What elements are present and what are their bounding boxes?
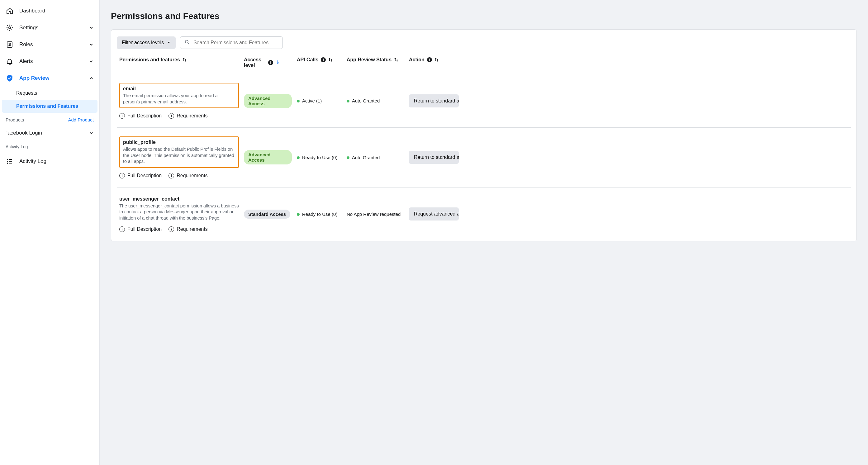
table-row: user_messenger_contact The user_messenge… xyxy=(117,187,851,241)
info-circle-icon: i xyxy=(168,173,174,179)
table-row: email The email permission allows your a… xyxy=(117,74,851,128)
info-circle-icon: i xyxy=(119,173,125,179)
add-product-link[interactable]: Add Product xyxy=(68,117,94,122)
review-status-text: No App Review requested xyxy=(347,212,401,217)
permission-name: public_profile xyxy=(123,140,235,145)
col-label: Action xyxy=(409,57,425,63)
sort-down-active-icon xyxy=(276,60,280,66)
requirements-link[interactable]: i Requirements xyxy=(168,226,208,232)
sort-icon xyxy=(328,57,333,62)
sort-icon xyxy=(394,57,398,62)
status-dot-icon xyxy=(347,156,349,159)
search-icon xyxy=(184,39,190,46)
svg-point-9 xyxy=(185,40,188,43)
info-circle-icon: i xyxy=(119,113,125,119)
svg-point-0 xyxy=(9,27,10,29)
search-wrap xyxy=(180,36,283,49)
requirements-link[interactable]: i Requirements xyxy=(168,173,208,179)
sidebar-sub-permissions[interactable]: Permissions and Features xyxy=(2,100,97,113)
status-dot-icon xyxy=(297,100,300,102)
sidebar-label: Roles xyxy=(19,41,33,48)
sidebar-item-dashboard[interactable]: Dashboard xyxy=(0,2,99,19)
gear-icon xyxy=(6,24,14,32)
shield-check-icon xyxy=(6,74,14,82)
permission-description: The email permission allows your app to … xyxy=(123,93,235,105)
review-status-text: Auto Granted xyxy=(352,155,380,160)
filter-access-levels-button[interactable]: Filter access levels xyxy=(117,36,176,49)
col-label: App Review Status xyxy=(347,57,392,63)
status-dot-icon xyxy=(347,100,349,102)
info-icon[interactable]: i xyxy=(321,57,326,62)
controls-row: Filter access levels xyxy=(117,36,851,49)
sidebar-label: Settings xyxy=(19,25,38,31)
sidebar-item-app-review[interactable]: App Review xyxy=(0,70,99,87)
id-card-icon xyxy=(6,40,14,49)
full-description-link[interactable]: i Full Description xyxy=(119,226,162,232)
info-circle-icon: i xyxy=(119,226,125,232)
chevron-down-icon xyxy=(89,130,94,135)
permission-name: user_messenger_contact xyxy=(119,196,239,202)
sidebar-item-alerts[interactable]: Alerts xyxy=(0,53,99,70)
sidebar: Dashboard Settings Roles Alerts App R xyxy=(0,0,100,465)
sort-icon xyxy=(183,57,187,62)
full-description-link[interactable]: i Full Description xyxy=(119,113,162,119)
row-action-button[interactable]: Request advanced access xyxy=(409,208,459,220)
link-label-requirements: Requirements xyxy=(177,113,208,119)
sidebar-item-roles[interactable]: Roles xyxy=(0,36,99,53)
sidebar-item-facebook-login[interactable]: Facebook Login xyxy=(0,125,99,141)
api-status-text: Ready to Use (0) xyxy=(302,155,337,160)
col-label: Permissions and features xyxy=(119,57,180,63)
home-icon xyxy=(6,7,14,15)
row-action-button[interactable]: Return to standard access xyxy=(409,151,459,164)
access-badge: Advanced Access xyxy=(244,150,292,164)
sidebar-item-activity-log[interactable]: Activity Log xyxy=(0,153,99,170)
sidebar-item-settings[interactable]: Settings xyxy=(0,19,99,36)
link-label-full-desc: Full Description xyxy=(127,173,162,179)
info-icon[interactable]: i xyxy=(427,57,432,62)
list-icon xyxy=(6,157,14,165)
col-label: API Calls xyxy=(297,57,318,63)
sort-icon xyxy=(434,57,439,62)
products-label: Products xyxy=(6,117,24,122)
search-input[interactable] xyxy=(180,36,283,49)
main-content: Permissions and Features Filter access l… xyxy=(100,0,868,465)
sidebar-label: Facebook Login xyxy=(4,130,42,136)
api-status-text: Ready to Use (0) xyxy=(302,212,337,217)
chevron-down-icon xyxy=(89,42,94,47)
col-action[interactable]: Action i xyxy=(406,57,851,74)
activity-log-section-label: Activity Log xyxy=(0,141,99,153)
link-label-full-desc: Full Description xyxy=(127,113,162,119)
sidebar-label: Alerts xyxy=(19,58,33,64)
full-description-link[interactable]: i Full Description xyxy=(119,173,162,179)
col-access-level[interactable]: Access level i xyxy=(241,57,294,74)
chevron-down-icon xyxy=(89,25,94,30)
review-status-text: Auto Granted xyxy=(352,98,380,103)
col-api-calls[interactable]: API Calls i xyxy=(294,57,344,74)
caret-down-icon xyxy=(167,40,171,45)
requirements-link[interactable]: i Requirements xyxy=(168,113,208,119)
permission-description: Allows apps to read the Default Public P… xyxy=(123,146,235,165)
sidebar-sub-label: Permissions and Features xyxy=(16,103,78,109)
permission-description: The user_messenger_contact permission al… xyxy=(119,203,239,221)
table-row: public_profile Allows apps to read the D… xyxy=(117,128,851,187)
permissions-card: Filter access levels Permissions and fea… xyxy=(111,29,857,241)
row-action-button[interactable]: Return to standard access xyxy=(409,94,459,107)
permission-box: public_profile Allows apps to read the D… xyxy=(119,136,239,168)
chevron-down-icon xyxy=(89,59,94,64)
link-label-full-desc: Full Description xyxy=(127,226,162,232)
sidebar-label: Dashboard xyxy=(19,8,45,14)
info-icon[interactable]: i xyxy=(268,60,273,65)
link-label-requirements: Requirements xyxy=(177,226,208,232)
svg-point-4 xyxy=(7,161,8,162)
col-app-review-status[interactable]: App Review Status xyxy=(344,57,406,74)
svg-line-10 xyxy=(188,43,189,44)
filter-label: Filter access levels xyxy=(122,40,164,45)
permission-box: user_messenger_contact The user_messenge… xyxy=(119,196,239,221)
page-title: Permissions and Features xyxy=(111,11,857,21)
permission-box: email The email permission allows your a… xyxy=(119,83,239,108)
link-label-requirements: Requirements xyxy=(177,173,208,179)
sidebar-sub-requests[interactable]: Requests xyxy=(0,87,99,100)
chevron-up-icon xyxy=(89,76,94,81)
col-permissions[interactable]: Permissions and features xyxy=(117,57,241,74)
access-badge: Advanced Access xyxy=(244,94,292,108)
